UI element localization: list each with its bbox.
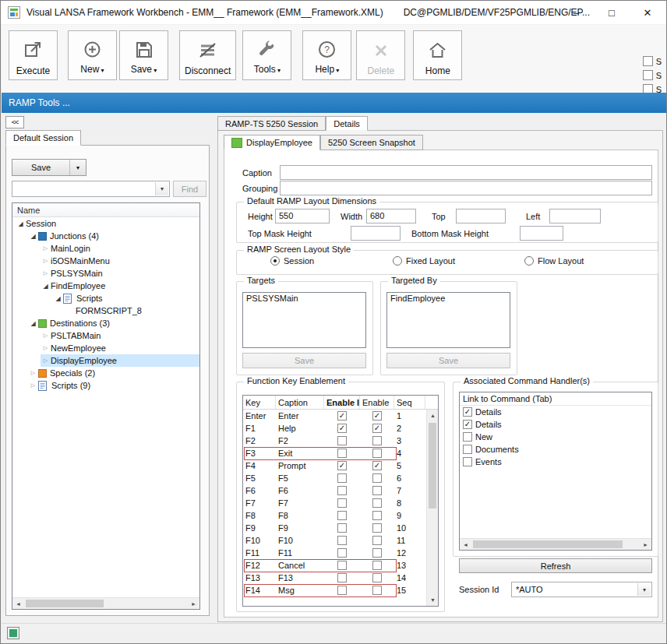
disconnect-button[interactable]: Disconnect (179, 30, 236, 80)
tree-item-psltabmain[interactable]: ▷PSLTABMain (12, 329, 199, 342)
side-checkbox-2[interactable]: S (643, 70, 662, 80)
scroll-track[interactable] (471, 539, 640, 550)
checkbox-box[interactable] (337, 498, 347, 508)
tab-displayemployee[interactable]: DisplayEmployee (224, 135, 320, 150)
tree-expander-icon[interactable]: ▷ (41, 270, 51, 276)
checkbox-box[interactable] (337, 473, 347, 483)
checkbox-box[interactable] (372, 523, 382, 533)
checkbox-box[interactable] (372, 573, 382, 582)
chevron-down-icon[interactable]: ▾ (637, 583, 651, 596)
checkbox-box[interactable] (463, 445, 472, 454)
tree-item-i5osmainmenu[interactable]: ▷i5OSMainMenu (12, 255, 199, 267)
fkey-col-enable[interactable]: Enable (360, 396, 394, 409)
scroll-up-icon[interactable]: ▲ (427, 410, 439, 421)
caption-input[interactable] (280, 165, 652, 180)
checkbox-box[interactable] (372, 473, 382, 483)
checkbox-box[interactable] (337, 548, 347, 558)
fkey-col-key[interactable]: Key (243, 396, 276, 409)
close-button[interactable]: ✕ (630, 2, 665, 23)
tab-ramp-ts-5250-session[interactable]: RAMP-TS 5250 Session (217, 116, 326, 131)
checkbox-box[interactable] (337, 486, 347, 495)
chevron-down-icon[interactable]: ▾ (155, 182, 168, 195)
command-handlers-scrollbar[interactable]: ◄ ► (460, 538, 651, 550)
checkbox-box[interactable] (372, 511, 382, 520)
tree-item-junctions-4[interactable]: ◢Junctions (4) (12, 230, 199, 242)
tree-expander-icon[interactable]: ▷ (41, 357, 51, 364)
tab-details[interactable]: Details (326, 116, 368, 131)
command-handler-item-events-5[interactable]: Events (460, 456, 651, 468)
checkbox-box[interactable] (337, 436, 347, 445)
maximize-button[interactable]: □ (594, 2, 630, 23)
checkbox-box[interactable] (372, 561, 382, 570)
fkey-row-f10[interactable]: F10F1011 (243, 534, 426, 547)
checkbox-box[interactable] (372, 586, 382, 595)
fkey-vertical-scrollbar[interactable]: ▲ ▼ (426, 410, 438, 606)
checkbox-box[interactable] (337, 523, 347, 533)
command-handler-item-new-3[interactable]: New (460, 431, 651, 443)
checkbox-box[interactable] (337, 561, 347, 570)
execute-button[interactable]: Execute (9, 30, 58, 80)
tree-expander-icon[interactable]: ◢ (53, 295, 63, 302)
checkbox-box[interactable] (463, 432, 472, 442)
tree-expander-icon[interactable]: ▷ (41, 345, 51, 351)
targeted-by-item[interactable]: FindEmployee (387, 293, 510, 304)
top-mask-height-input[interactable] (351, 226, 401, 241)
targeted-by-list[interactable]: FindEmployee (386, 292, 510, 348)
tree-expander-icon[interactable]: ▷ (41, 258, 51, 264)
checkbox-box[interactable]: ✓ (337, 461, 347, 470)
targets-list[interactable]: PSLSYSMain (242, 292, 366, 348)
checkbox-box[interactable] (337, 573, 347, 582)
fkey-col-enable-i[interactable]: Enable I (324, 396, 360, 409)
new-button[interactable]: New ▾ (68, 30, 117, 80)
height-input[interactable]: 550 (275, 209, 330, 223)
scroll-right-icon[interactable]: ► (188, 598, 199, 610)
fkey-row-f8[interactable]: F8F89 (243, 509, 426, 522)
tree-item-mainlogin[interactable]: ▷MainLogin (12, 242, 199, 255)
fkey-col-caption[interactable]: Caption (276, 396, 324, 409)
tree-expander-icon[interactable]: ◢ (28, 233, 38, 240)
tree-expander-icon[interactable]: ◢ (28, 320, 38, 327)
fkey-row-f2[interactable]: F2F23 (243, 435, 426, 447)
collapse-panel-button[interactable]: << (5, 116, 24, 128)
tree-expander-icon[interactable]: ▷ (28, 382, 38, 389)
fkey-row-f1[interactable]: F1Help✓✓2 (243, 422, 426, 435)
tree-item-formscript-8[interactable]: FORMSCRIPT_8 (12, 304, 199, 317)
minimize-button[interactable]: – (558, 2, 594, 23)
checkbox-box[interactable] (463, 457, 472, 466)
grouping-input[interactable] (280, 181, 652, 195)
fkey-row-f4[interactable]: F4Prompt✓✓5 (243, 459, 426, 472)
tree-save-button[interactable]: Save ▾ (12, 159, 86, 176)
command-handler-item-documents-4[interactable]: Documents (460, 443, 651, 456)
tab-default-session[interactable]: Default Session (5, 130, 81, 146)
tab-5250-screen-snapshot[interactable]: 5250 Screen Snapshot (320, 135, 423, 150)
session-id-combobox[interactable]: *AUTO ▾ (511, 582, 652, 597)
checkbox-box[interactable] (372, 536, 382, 545)
tree-item-destinations-3[interactable]: ◢Destinations (3) (12, 317, 199, 329)
chevron-down-icon[interactable]: ▾ (70, 160, 86, 175)
targets-item[interactable]: PSLSYSMain (243, 293, 365, 304)
scroll-thumb[interactable] (473, 540, 623, 548)
radio-session[interactable]: Session (270, 256, 314, 266)
tree-expander-icon[interactable]: ◢ (16, 220, 26, 227)
scroll-down-icon[interactable]: ▼ (427, 594, 439, 606)
tree-filter-combobox[interactable]: ▾ (12, 181, 170, 197)
tree-item-session[interactable]: ◢Session (12, 217, 199, 230)
scroll-left-icon[interactable]: ◄ (12, 598, 24, 610)
checkbox-box[interactable]: ✓ (372, 424, 382, 433)
top-input[interactable] (456, 209, 506, 223)
tree-expander-icon[interactable]: ◢ (41, 283, 51, 290)
command-handler-item-details-2[interactable]: ✓Details (460, 418, 651, 431)
tree-item-specials-2[interactable]: ▷Specials (2) (12, 367, 199, 379)
fkey-col-seq[interactable]: Seq (394, 396, 425, 409)
checkbox-box[interactable] (372, 486, 382, 495)
refresh-button[interactable]: Refresh (459, 558, 652, 573)
checkbox-box[interactable]: ✓ (463, 407, 472, 417)
tree-item-newemployee[interactable]: ▷NewEmployee (12, 342, 199, 354)
checkbox-box[interactable]: ✓ (337, 411, 347, 421)
tools-button[interactable]: Tools ▾ (242, 30, 291, 80)
tree-expander-icon[interactable]: ▷ (28, 370, 38, 376)
left-input[interactable] (549, 209, 601, 223)
tree-horizontal-scrollbar[interactable]: ◄ ► (12, 597, 199, 609)
scroll-thumb[interactable] (429, 423, 436, 509)
home-button[interactable]: Home (413, 30, 462, 80)
